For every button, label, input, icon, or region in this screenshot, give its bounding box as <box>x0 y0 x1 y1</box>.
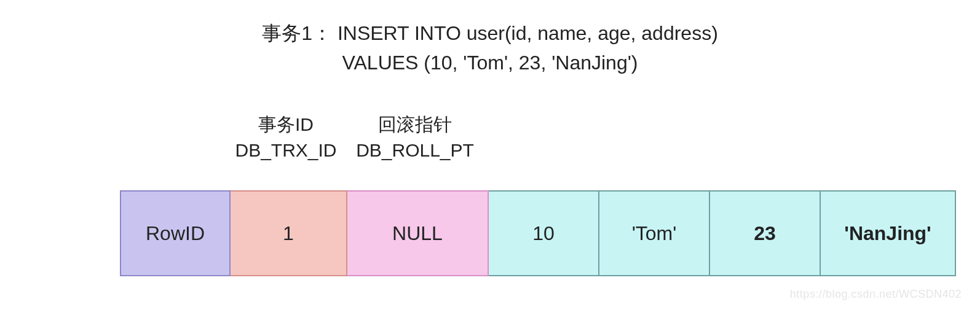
column-labels: 事务ID 回滚指针 DB_TRX_ID DB_ROLL_PT <box>227 112 486 163</box>
cell-db-trx-id: 1 <box>231 190 347 276</box>
cell-name: 'Tom' <box>599 190 710 276</box>
label-trx-id-en: DB_TRX_ID <box>227 138 344 163</box>
watermark: https://blog.csdn.net/WCSDN402 <box>790 288 962 301</box>
sql-line-2: VALUES (10, 'Tom', 23, 'NanJing') <box>0 48 980 77</box>
cell-age: 23 <box>710 190 821 276</box>
cell-address: 'NanJing' <box>821 190 956 276</box>
cell-id: 10 <box>489 190 599 276</box>
label-roll-pt-en: DB_ROLL_PT <box>344 138 486 163</box>
sql-line-1: 事务1： INSERT INTO user(id, name, age, add… <box>0 18 980 48</box>
sql-statement: 事务1： INSERT INTO user(id, name, age, add… <box>0 18 980 77</box>
mvcc-row: RowID 1 NULL 10 'Tom' 23 'NanJing' <box>120 190 956 276</box>
cell-db-roll-pt: NULL <box>347 190 489 276</box>
label-roll-pt-cn: 回滚指针 <box>344 112 486 138</box>
cell-rowid: RowID <box>120 190 231 276</box>
label-trx-id-cn: 事务ID <box>227 112 344 138</box>
